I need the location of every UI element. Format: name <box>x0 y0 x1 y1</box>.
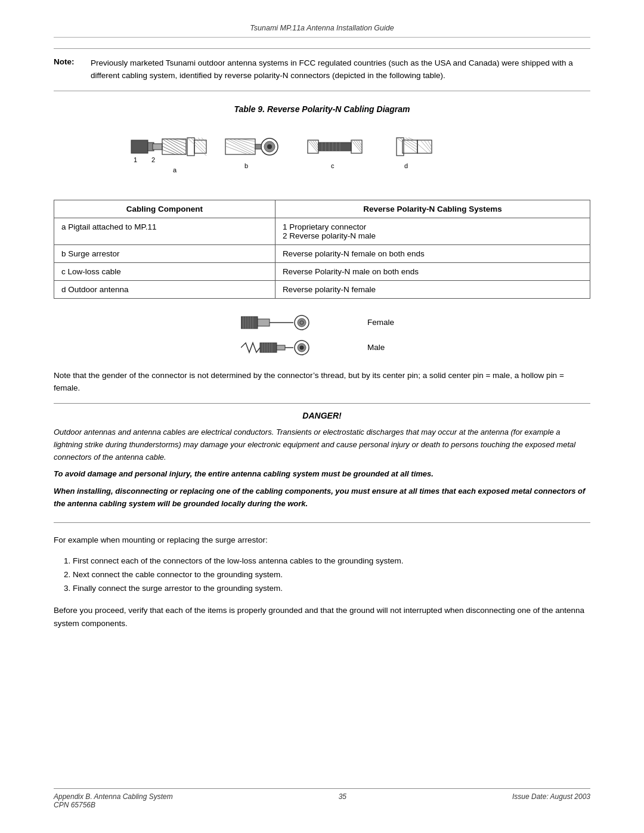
note-label: Note: <box>54 57 85 82</box>
systems-cell: Reverse Polarity-N male on both ends <box>275 262 590 280</box>
svg-line-49 <box>354 140 362 151</box>
table-row: c Low-loss cableReverse Polarity-N male … <box>54 262 590 280</box>
col1-header: Cabling Component <box>54 200 275 218</box>
page: Tsunami MP.11a Antenna Installation Guid… <box>0 0 644 833</box>
col2-header: Reverse Polarity-N Cabling Systems <box>275 200 590 218</box>
danger-section: DANGER! Outdoor antennas and antenna cab… <box>54 403 590 523</box>
svg-line-37 <box>310 140 318 151</box>
danger-paragraph-3: When installing, disconnecting or replac… <box>54 485 590 510</box>
note-text: Previously marketed Tsunami outdoor ante… <box>91 57 590 82</box>
numbered-list: First connect each of the connectors of … <box>73 555 590 596</box>
component-cell: a Pigtail attached to MP.11 <box>54 218 275 244</box>
svg-line-36 <box>308 140 318 153</box>
svg-line-11 <box>162 150 175 154</box>
svg-line-9 <box>162 143 182 154</box>
svg-text:b: b <box>244 162 248 169</box>
danger-title: DANGER! <box>54 411 590 420</box>
footer: Appendix B. Antenna Cabling System CPN 6… <box>54 788 590 809</box>
footer-appendix: Appendix B. Antenna Cabling System <box>54 792 173 801</box>
component-cell: d Outdoor antenna <box>54 280 275 298</box>
svg-text:2: 2 <box>151 156 155 163</box>
danger-paragraph-1: Outdoor antennas and antenna cables are … <box>54 426 590 463</box>
body-text-1: Note that the gender of the connector is… <box>54 369 590 395</box>
svg-point-87 <box>300 346 304 349</box>
svg-rect-0 <box>131 140 148 153</box>
svg-rect-40 <box>318 143 351 151</box>
svg-text:d: d <box>404 162 408 169</box>
systems-cell: 1 Proprietary connector2 Reverse polarit… <box>275 218 590 244</box>
header-title: Tsunami MP.11a Antenna Installation Guid… <box>250 24 394 32</box>
footer-cpn: CPN 65756B <box>54 801 173 809</box>
svg-line-17 <box>198 138 206 146</box>
male-connector-row: Male <box>241 337 403 358</box>
male-connector-svg <box>241 337 360 358</box>
footer-issue-date: Issue Date: August 2003 <box>512 792 590 809</box>
connector-diagram: Female Male <box>54 312 590 358</box>
svg-point-75 <box>298 318 306 327</box>
table-row: a Pigtail attached to MP.111 Proprietary… <box>54 218 590 244</box>
male-label: Male <box>367 343 403 352</box>
component-cell: c Low-loss cable <box>54 262 275 280</box>
svg-line-51 <box>358 140 362 146</box>
female-label: Female <box>367 318 403 327</box>
svg-line-64 <box>417 144 428 153</box>
body-text-3: Before you proceed, verify that each of … <box>54 604 590 630</box>
svg-rect-83 <box>277 345 285 350</box>
female-connector-row: Female <box>241 312 403 333</box>
cabling-diagram-svg: 1 2 a b <box>119 123 525 189</box>
svg-point-32 <box>267 144 272 149</box>
table-row: b Surge arrestorReverse polarity-N femal… <box>54 244 590 262</box>
svg-rect-72 <box>258 319 270 326</box>
svg-rect-60 <box>417 140 432 153</box>
footer-page-number: 35 <box>339 792 346 809</box>
diagram-area: 1 2 a b <box>54 123 590 189</box>
svg-line-57 <box>402 138 417 147</box>
svg-line-16 <box>194 138 206 150</box>
list-item: Next connect the cable connector to the … <box>73 568 590 582</box>
list-item: Finally connect the surge arrestor to th… <box>73 582 590 596</box>
svg-text:1: 1 <box>134 156 137 163</box>
svg-line-5 <box>166 139 186 151</box>
svg-line-63 <box>428 140 432 147</box>
svg-text:a: a <box>173 166 177 174</box>
danger-paragraph-2: To avoid damage and personal injury, the… <box>54 468 590 481</box>
svg-rect-2 <box>153 144 162 150</box>
cabling-table: Cabling Component Reverse Polarity-N Cab… <box>54 200 590 299</box>
svg-rect-54 <box>402 140 417 153</box>
svg-text:c: c <box>331 162 335 169</box>
svg-line-29 <box>225 146 248 154</box>
systems-cell: Reverse polarity-N female on both ends <box>275 244 590 262</box>
footer-left: Appendix B. Antenna Cabling System CPN 6… <box>54 792 173 809</box>
table-row: d Outdoor antennaReverse polarity-N fema… <box>54 280 590 298</box>
female-connector-svg <box>241 312 360 333</box>
systems-cell: Reverse polarity-N female <box>275 280 590 298</box>
body-text-2: For example when mounting or replacing t… <box>54 534 590 547</box>
list-item: First connect each of the connectors of … <box>73 555 590 568</box>
component-cell: b Surge arrestor <box>54 244 275 262</box>
note-block: Note: Previously marketed Tsunami outdoo… <box>54 48 590 91</box>
svg-line-39 <box>315 140 318 146</box>
svg-line-59 <box>408 138 417 141</box>
svg-line-48 <box>351 140 362 153</box>
page-header: Tsunami MP.11a Antenna Installation Guid… <box>54 24 590 38</box>
table-title: Table 9. Reverse Polarity-N Cabling Diag… <box>54 104 590 114</box>
svg-rect-33 <box>255 144 261 149</box>
